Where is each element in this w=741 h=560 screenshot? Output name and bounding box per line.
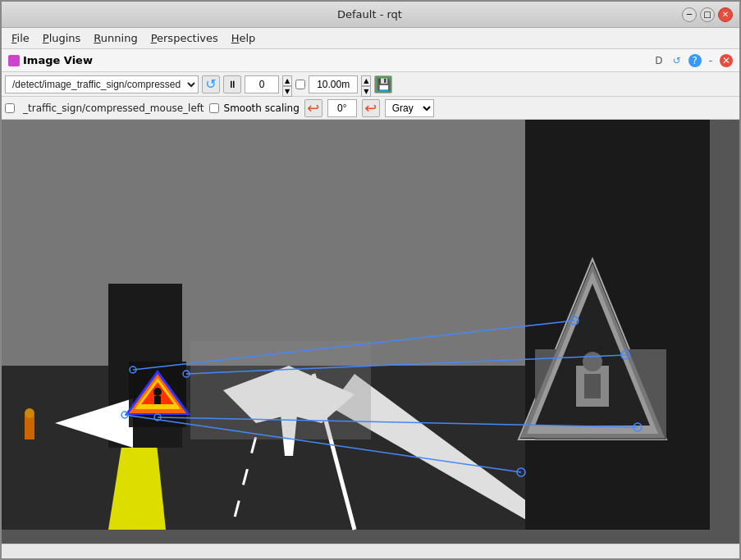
colormap-select[interactable]: Gray Jet Hot HSV xyxy=(385,99,434,117)
distance-input[interactable] xyxy=(309,75,358,93)
frame-spinner[interactable]: ▲ ▼ xyxy=(282,75,292,93)
svg-rect-28 xyxy=(584,374,601,398)
scene-svg xyxy=(2,120,739,544)
svg-rect-19 xyxy=(154,396,161,404)
smooth-scaling-checkbox[interactable] xyxy=(209,103,219,113)
svg-rect-9 xyxy=(190,341,371,439)
distance-checkbox[interactable] xyxy=(295,80,305,89)
svg-point-18 xyxy=(153,388,162,396)
panel-title-area: Image View xyxy=(8,54,93,66)
panel-btn-minimize[interactable]: - xyxy=(707,54,715,67)
frame-input[interactable] xyxy=(245,75,279,93)
close-button[interactable]: ✕ xyxy=(718,7,733,22)
panel-btn-help[interactable]: ? xyxy=(688,54,702,67)
status-bar xyxy=(2,544,739,558)
minimize-button[interactable]: ─ xyxy=(682,7,697,22)
panel-header: Image View D ↺ ? - ✕ xyxy=(2,49,739,72)
mouse-topic-checkbox[interactable] xyxy=(5,103,15,113)
mouse-topic-label: _traffic_sign/compressed_mouse_left xyxy=(23,102,204,114)
toolbar-row-1: /detect/image_traffic_sign/compressed ↺ … xyxy=(2,72,739,97)
undo-rotate-button[interactable]: ↩ xyxy=(362,99,380,117)
image-view-area xyxy=(2,120,739,544)
svg-point-27 xyxy=(583,352,602,371)
title-bar: Default - rqt ─ □ ✕ xyxy=(2,2,739,28)
panel-controls: D ↺ ? - ✕ xyxy=(652,54,733,67)
maximize-button[interactable]: □ xyxy=(700,7,715,22)
panel-title: Image View xyxy=(23,54,93,66)
refresh-button[interactable]: ↺ xyxy=(202,75,220,93)
window-title: Default - rqt xyxy=(57,8,682,20)
svg-point-12 xyxy=(25,408,34,418)
menu-help[interactable]: Help xyxy=(225,30,263,46)
distance-spinner[interactable]: ▲ ▼ xyxy=(361,75,371,93)
menu-perspectives[interactable]: Perspectives xyxy=(144,30,225,46)
panel-btn-close[interactable]: ✕ xyxy=(720,54,733,67)
panel-btn-refresh[interactable]: ↺ xyxy=(670,54,684,67)
toolbar-row-2: _traffic_sign/compressed_mouse_left Smoo… xyxy=(2,97,739,120)
svg-rect-11 xyxy=(25,415,34,439)
pause-button[interactable]: ⏸ xyxy=(223,75,241,93)
save-button[interactable]: 💾 xyxy=(374,75,392,93)
panel-btn-d[interactable]: D xyxy=(652,54,665,67)
rotate-button[interactable]: ↩ xyxy=(304,99,322,117)
main-window: Default - rqt ─ □ ✕ File Plugins Running… xyxy=(0,0,741,560)
topic-dropdown[interactable]: /detect/image_traffic_sign/compressed xyxy=(5,75,199,93)
smooth-label: Smooth scaling xyxy=(224,102,300,114)
window-controls: ─ □ ✕ xyxy=(682,7,733,22)
menu-file[interactable]: File xyxy=(5,30,36,46)
menu-bar: File Plugins Running Perspectives Help xyxy=(2,28,739,49)
menu-plugins[interactable]: Plugins xyxy=(36,30,88,46)
panel-icon xyxy=(8,55,20,66)
angle-input[interactable] xyxy=(327,99,357,117)
menu-running[interactable]: Running xyxy=(87,30,144,46)
